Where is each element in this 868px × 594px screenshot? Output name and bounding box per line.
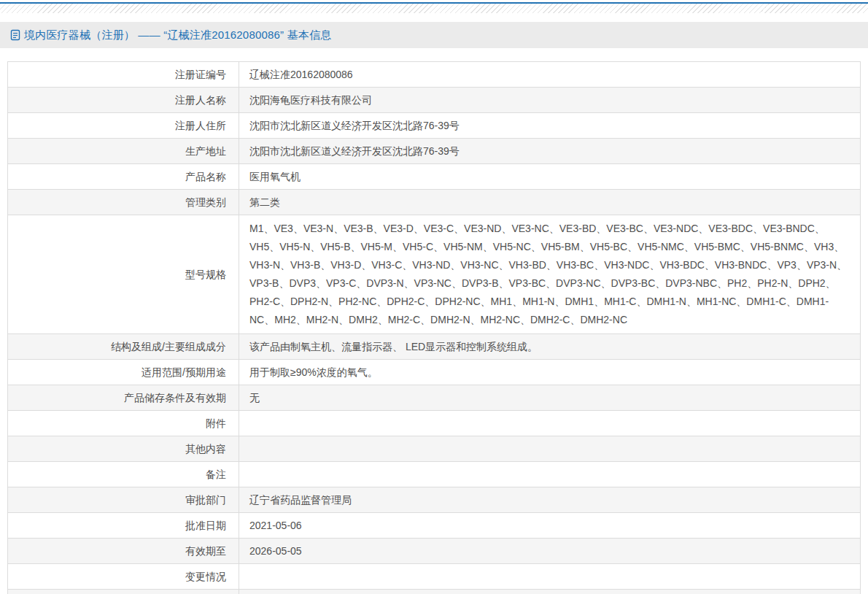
- row-label: 注: [8, 590, 239, 594]
- document-icon: [10, 29, 20, 41]
- row-label: 变更情况: [8, 564, 239, 590]
- table-row: 有效期至2026-05-05: [8, 539, 861, 564]
- row-label: 管理类别: [8, 190, 239, 215]
- table-row: 管理类别第二类: [8, 190, 861, 215]
- row-value: [239, 564, 861, 590]
- section-header-bar: 境内医疗器械（注册） —— “辽械注准20162080086” 基本信息: [0, 22, 868, 48]
- row-value: 第二类: [239, 190, 861, 215]
- row-label: 注册人住所: [8, 113, 239, 139]
- row-label: 备注: [8, 462, 239, 487]
- page-title: 境内医疗器械（注册） —— “辽械注准20162080086” 基本信息: [24, 28, 331, 42]
- table-row: 其他内容: [8, 436, 861, 462]
- table-row: 型号规格M1、VE3、VE3-N、VE3-B、VE3-D、VE3-C、VE3-N…: [8, 215, 861, 334]
- table-row: 产品名称医用氧气机: [8, 164, 861, 190]
- row-value: 该产品由制氧主机、流量指示器、 LED显示器和控制系统组成。: [239, 334, 861, 360]
- table-row: 生产地址沈阳市沈北新区道义经济开发区沈北路76-39号: [8, 139, 861, 164]
- hatch-stripe-band: [0, 4, 868, 13]
- row-label: 注册证编号: [8, 62, 239, 88]
- table-row: 批准日期2021-05-06: [8, 513, 861, 539]
- row-label: 其他内容: [8, 436, 239, 462]
- table-row: 附件: [8, 411, 861, 436]
- row-value: 辽宁省药品监督管理局: [239, 487, 861, 513]
- table-row: 审批部门辽宁省药品监督管理局: [8, 487, 861, 513]
- table-row: 变更情况: [8, 564, 861, 590]
- table-row: 备注: [8, 462, 861, 487]
- table-row: 注详情: [8, 590, 861, 594]
- registration-detail-page: 境内医疗器械（注册） —— “辽械注准20162080086” 基本信息 注册证…: [0, 0, 868, 594]
- row-value: 2026-05-05: [239, 539, 861, 564]
- row-value: [239, 462, 861, 487]
- row-value: [239, 411, 861, 436]
- row-value: 用于制取≥90%浓度的氧气。: [239, 360, 861, 385]
- row-label: 产品名称: [8, 164, 239, 190]
- table-row: 产品储存条件及有效期无: [8, 385, 861, 411]
- row-value: 辽械注准20162080086: [239, 62, 861, 88]
- table-row: 注册人名称沈阳海龟医疗科技有限公司: [8, 88, 861, 113]
- row-value: 沈阳市沈北新区道义经济开发区沈北路76-39号: [239, 113, 861, 139]
- row-value: 医用氧气机: [239, 164, 861, 190]
- table-row: 适用范围/预期用途用于制取≥90%浓度的氧气。: [8, 360, 861, 385]
- row-value: [239, 436, 861, 462]
- table-row: 注册证编号辽械注准20162080086: [8, 62, 861, 88]
- row-label: 适用范围/预期用途: [8, 360, 239, 385]
- table-row: 结构及组成/主要组成成分该产品由制氧主机、流量指示器、 LED显示器和控制系统组…: [8, 334, 861, 360]
- row-label: 附件: [8, 411, 239, 436]
- row-label: 批准日期: [8, 513, 239, 539]
- row-label: 生产地址: [8, 139, 239, 164]
- row-label: 产品储存条件及有效期: [8, 385, 239, 411]
- row-value: 沈阳市沈北新区道义经济开发区沈北路76-39号: [239, 139, 861, 164]
- registration-table-body: 注册证编号辽械注准20162080086注册人名称沈阳海龟医疗科技有限公司注册人…: [8, 62, 861, 594]
- row-value: 详情: [239, 590, 861, 594]
- row-label: 审批部门: [8, 487, 239, 513]
- row-label: 有效期至: [8, 539, 239, 564]
- table-row: 注册人住所沈阳市沈北新区道义经济开发区沈北路76-39号: [8, 113, 861, 139]
- registration-table: 注册证编号辽械注准20162080086注册人名称沈阳海龟医疗科技有限公司注册人…: [7, 61, 861, 594]
- row-value: M1、VE3、VE3-N、VE3-B、VE3-D、VE3-C、VE3-ND、VE…: [239, 215, 861, 334]
- row-label: 注册人名称: [8, 88, 239, 113]
- row-value: 无: [239, 385, 861, 411]
- row-value: 2021-05-06: [239, 513, 861, 539]
- row-value: 沈阳海龟医疗科技有限公司: [239, 88, 861, 113]
- row-label: 结构及组成/主要组成成分: [8, 334, 239, 360]
- row-label: 型号规格: [8, 215, 239, 334]
